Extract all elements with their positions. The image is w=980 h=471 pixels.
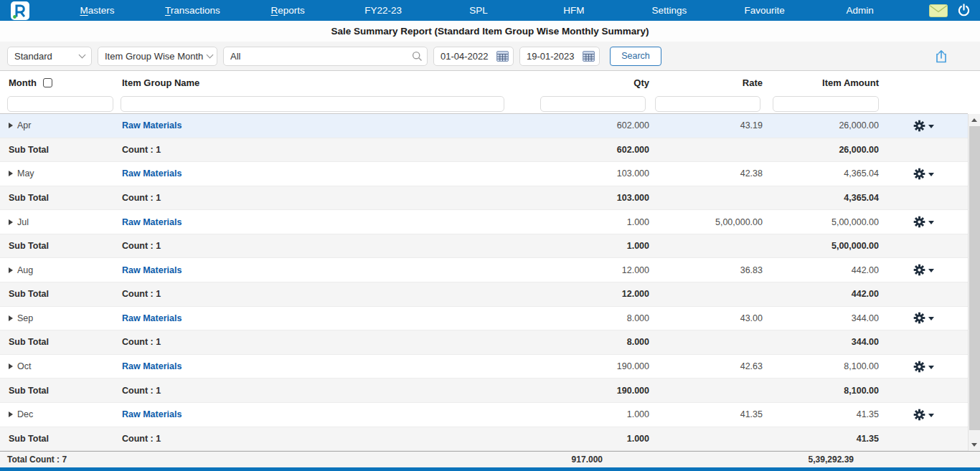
expand-arrow-icon[interactable] [9,171,13,176]
item-group-filter-input[interactable] [121,96,504,112]
month-cell[interactable]: Aug [0,265,118,275]
scrollbar-thumb[interactable] [969,126,980,430]
table-body-rows: AprRaw Materials602.00043.1926,000.00Sub… [0,114,968,451]
item-amount-filter-input[interactable] [773,96,879,112]
subtotal-row: Sub TotalCount : 1190.0008,100.00 [0,379,968,403]
month-cell[interactable]: Sep [0,313,118,323]
item-group-link[interactable]: Raw Materials [122,313,182,323]
to-date-input[interactable]: 19-01-2023 [519,47,600,66]
scroll-down-button[interactable] [969,439,980,451]
from-date-input[interactable]: 01-04-2022 [433,47,514,66]
expand-arrow-icon[interactable] [9,219,13,225]
qty-value: 103.000 [531,168,649,179]
month-cell[interactable]: Dec [0,409,118,419]
item-group-link[interactable]: Raw Materials [122,168,182,179]
app-window: Masters Transactions Reports FY22-23 SPL… [0,0,980,471]
month-cell[interactable]: Jul [0,217,118,227]
item-amount-value: 4,365.04 [763,168,879,179]
vertical-scrollbar[interactable] [968,114,980,451]
column-header-item-group: Item Group Name [118,77,531,88]
rate-value: 42.38 [649,168,763,179]
month-label: Dec [17,409,33,419]
subtotal-qty: 1.000 [531,241,649,251]
row-settings-button[interactable] [913,120,934,132]
subtotal-qty: 12.000 [531,289,649,299]
table-row: OctRaw Materials190.00042.638,100.00 [0,355,968,379]
item-group-link[interactable]: Raw Materials [122,120,182,130]
report-title-bar: Sale Summary Report (Standard Item Group… [0,21,980,42]
expand-arrow-icon[interactable] [9,267,13,273]
expand-arrow-icon[interactable] [9,315,13,321]
view-mode-select[interactable]: Item Group Wise Month [98,47,217,66]
month-filter-input[interactable] [7,96,113,112]
item-amount-value: 344.00 [763,313,879,323]
subtotal-count: Count : 1 [118,434,531,444]
expand-arrow-icon[interactable] [9,411,13,417]
subtotal-amount: 41.35 [763,434,879,444]
subtotal-row: Sub TotalCount : 1103.0004,365.04 [0,186,968,211]
scope-search-wrap [223,47,428,66]
subtotal-row: Sub TotalCount : 1602.00026,000.00 [0,138,968,163]
row-settings-button[interactable] [913,168,934,180]
item-group-link[interactable]: Raw Materials [122,409,182,419]
item-group-link[interactable]: Raw Materials [122,217,182,227]
power-icon[interactable] [957,4,971,17]
month-label: Apr [17,120,31,130]
subtotal-amount: 8,100.00 [763,386,879,396]
nav-item-settings[interactable]: Settings [621,5,717,16]
row-settings-button[interactable] [913,409,934,421]
arrow-down-icon [971,443,977,447]
row-settings-button[interactable] [913,264,934,276]
table-row: AprRaw Materials602.00043.1926,000.00 [0,114,968,138]
app-logo-icon[interactable] [11,1,29,20]
month-cell[interactable]: May [0,168,118,179]
nav-item-hfm[interactable]: HFM [526,5,621,16]
item-group-link[interactable]: Raw Materials [122,265,182,275]
rate-value: 36.83 [649,265,763,275]
nav-item-admin[interactable]: Admin [812,5,908,16]
subtotal-amount: 344.00 [763,337,879,347]
expand-arrow-icon[interactable] [9,123,13,128]
month-label: Oct [17,361,31,371]
rate-value: 41.35 [649,409,763,419]
month-cell[interactable]: Apr [0,120,118,130]
nav-item-favourite[interactable]: Favourite [717,5,812,16]
subtotal-amount: 4,365.04 [763,193,879,203]
subtotal-label: Sub Total [0,193,118,203]
gear-icon [913,120,925,132]
nav-item-fy22-23[interactable]: FY22-23 [336,5,431,16]
caret-down-icon [928,221,934,224]
nav-item-spl[interactable]: SPL [431,5,527,16]
expand-arrow-icon[interactable] [9,363,13,369]
item-amount-value: 26,000.00 [763,120,879,130]
calendar-icon [496,51,509,62]
nav-item-masters[interactable]: Masters [50,5,145,16]
export-icon[interactable] [934,49,948,67]
subtotal-count: Count : 1 [118,386,531,396]
nav-item-reports[interactable]: Reports [240,5,336,16]
row-settings-button[interactable] [913,312,934,324]
subtotal-count: Count : 1 [118,145,531,155]
subtotal-count: Count : 1 [118,289,531,299]
nav-item-transactions[interactable]: Transactions [145,5,240,16]
caret-down-icon [928,317,934,320]
subtotal-count: Count : 1 [118,337,531,347]
table-header: Month Item Group Name Qty Rate Item Amou… [0,71,968,94]
qty-filter-input[interactable] [540,96,646,112]
row-settings-button[interactable] [913,216,934,228]
search-button[interactable]: Search [610,47,661,66]
select-all-checkbox[interactable] [43,78,52,87]
item-group-link[interactable]: Raw Materials [122,361,182,371]
subtotal-label: Sub Total [0,145,118,155]
report-type-select[interactable]: Standard [7,47,92,66]
qty-value: 12.000 [531,265,649,275]
month-cell[interactable]: Oct [0,361,118,371]
subtotal-row: Sub TotalCount : 11.00041.35 [0,427,968,452]
item-amount-value: 41.35 [763,409,879,419]
subtotal-qty: 1.000 [531,434,649,444]
scope-search-input[interactable] [223,47,428,66]
mail-icon[interactable] [929,4,948,17]
rate-filter-input[interactable] [655,96,760,112]
row-settings-button[interactable] [913,361,934,373]
scroll-up-button[interactable] [969,114,980,126]
